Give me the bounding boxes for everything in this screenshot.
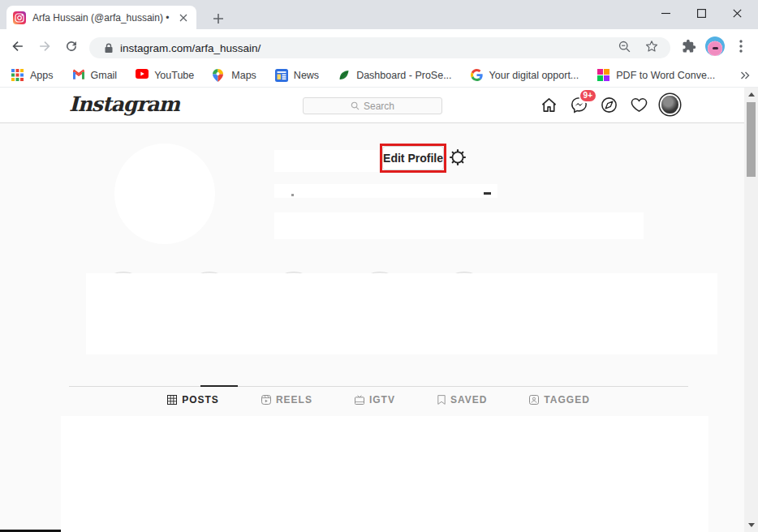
maps-pin-icon <box>213 69 226 82</box>
extensions-icon[interactable] <box>679 36 699 56</box>
profile-picture-placeholder[interactable] <box>114 144 215 244</box>
minimize-button[interactable] <box>648 0 683 26</box>
tab-label: TAGGED <box>544 394 589 405</box>
forward-button[interactable] <box>35 36 54 56</box>
bookmark-pdf-to-word[interactable]: PDF to Word Conve... <box>597 69 715 82</box>
annotation-highlight-box: Edit Profile <box>380 144 446 173</box>
messenger-icon[interactable]: 9+ <box>569 95 588 114</box>
tab-igtv[interactable]: IGTV <box>355 394 395 405</box>
dashboard-leaf-icon <box>338 69 351 82</box>
bookmark-apps[interactable]: Apps <box>11 69 54 82</box>
tab-posts[interactable]: POSTS <box>167 394 219 405</box>
bookmark-star-icon[interactable] <box>644 39 659 57</box>
home-icon[interactable] <box>539 95 558 114</box>
lock-icon[interactable] <box>104 43 114 54</box>
search-placeholder: Search <box>364 101 394 112</box>
tagged-person-icon <box>529 395 539 405</box>
back-button[interactable] <box>8 36 28 56</box>
tab-close-icon[interactable] <box>176 11 190 24</box>
settings-gear-icon[interactable] <box>449 148 467 166</box>
tab-label: IGTV <box>369 394 395 405</box>
text-remnant <box>291 194 294 196</box>
dm-badge: 9+ <box>579 88 597 103</box>
browser-titlebar: Arfa Hussain (@arfa_hussain) • In <box>0 0 758 29</box>
bookmark-digital-opport[interactable]: Your digital opport... <box>471 69 579 82</box>
edit-profile-button[interactable]: Edit Profile <box>382 146 444 170</box>
maximize-button[interactable] <box>683 0 719 26</box>
instagram-nav: 9+ <box>539 95 678 114</box>
bio-placeholder <box>274 212 644 239</box>
window-controls <box>648 0 755 26</box>
bookmark-label: Your digital opport... <box>489 70 579 81</box>
tab-tagged[interactable]: TAGGED <box>529 394 589 405</box>
new-tab-button[interactable] <box>208 8 229 29</box>
instagram-header: Instagram Search 9+ <box>0 88 744 123</box>
scrollbar-thumb[interactable] <box>747 102 756 177</box>
bookmark-gmail[interactable]: Gmail <box>72 69 118 82</box>
username-placeholder <box>274 150 379 172</box>
chrome-menu-icon[interactable] <box>731 36 751 56</box>
explore-icon[interactable] <box>599 95 618 114</box>
youtube-icon <box>136 69 149 82</box>
url-text[interactable]: instagram.com/arfa_hussain/ <box>120 42 618 54</box>
zoom-out-icon[interactable] <box>618 40 631 57</box>
browser-tab[interactable]: Arfa Hussain (@arfa_hussain) • In <box>6 6 196 29</box>
bookmark-dashboard[interactable]: Dashboard - ProSe... <box>338 69 451 82</box>
bookmark-label: YouTube <box>154 70 194 81</box>
bookmark-maps[interactable]: Maps <box>213 69 256 82</box>
tab-saved[interactable]: SAVED <box>437 394 487 405</box>
bookmark-news[interactable]: News <box>275 69 319 82</box>
browser-window: Arfa Hussain (@arfa_hussain) • In <box>0 0 758 532</box>
bookmark-label: Dashboard - ProSe... <box>356 70 451 81</box>
bookmark-label: PDF to Word Conve... <box>616 70 715 81</box>
search-input[interactable]: Search <box>303 97 442 114</box>
bookmarks-bar: Apps Gmail YouTube <box>0 63 758 88</box>
instagram-logo[interactable]: Instagram <box>69 92 179 116</box>
pdf-converter-icon <box>597 69 610 82</box>
instagram-page: Instagram Search 9+ <box>0 88 758 532</box>
profile-tabs: POSTS REELS IGTV SAVED TAGGED <box>69 394 688 405</box>
bookmark-label: Gmail <box>91 70 118 81</box>
tab-title: Arfa Hussain (@arfa_hussain) • In <box>32 12 171 24</box>
saved-bookmark-icon <box>437 395 446 405</box>
activity-heart-icon[interactable] <box>629 95 648 114</box>
address-bar[interactable]: instagram.com/arfa_hussain/ <box>89 37 670 58</box>
active-tab-indicator <box>200 385 238 387</box>
reload-button[interactable] <box>62 36 81 56</box>
bookmark-label: Maps <box>231 70 256 81</box>
bookmarks-overflow-chevron[interactable] <box>740 63 750 88</box>
profile-avatar-small[interactable] <box>659 95 678 114</box>
posts-grid-icon <box>167 395 177 405</box>
scroll-up-arrow[interactable] <box>744 88 758 101</box>
tab-label: REELS <box>276 394 312 405</box>
page-scrollbar[interactable] <box>744 88 758 532</box>
google-news-icon <box>275 69 288 82</box>
highlights-placeholder <box>86 273 717 354</box>
scroll-down-arrow[interactable] <box>744 518 758 532</box>
search-icon <box>351 101 360 110</box>
gmail-icon <box>72 69 85 82</box>
reels-icon <box>261 395 271 405</box>
tab-label: SAVED <box>450 394 487 405</box>
bookmark-label: Apps <box>30 70 54 81</box>
posts-grid-placeholder <box>61 416 708 532</box>
bookmark-label: News <box>294 70 319 81</box>
bookmark-youtube[interactable]: YouTube <box>136 69 194 82</box>
igtv-icon <box>355 395 364 405</box>
apps-grid-icon <box>11 69 24 82</box>
instagram-favicon-icon <box>13 11 26 24</box>
tabs-divider <box>69 386 688 387</box>
tab-reels[interactable]: REELS <box>261 394 312 405</box>
close-window-button[interactable] <box>719 0 755 26</box>
text-remnant <box>484 192 491 195</box>
stats-placeholder <box>274 184 497 198</box>
browser-toolbar: instagram.com/arfa_hussain/ <box>0 29 758 63</box>
tab-label: POSTS <box>182 394 219 405</box>
google-g-icon <box>471 69 484 82</box>
chrome-profile-avatar[interactable] <box>705 36 725 56</box>
